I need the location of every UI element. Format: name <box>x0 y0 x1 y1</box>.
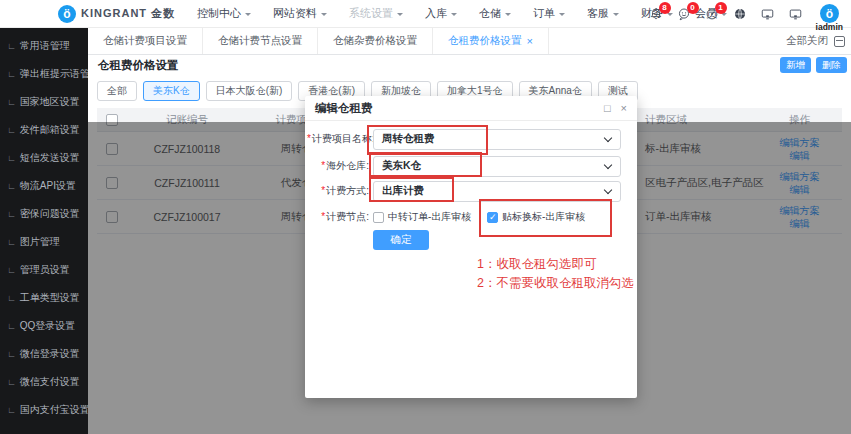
message-icon[interactable]: 0 <box>676 6 692 22</box>
sidebar: ∟常用语管理 ∟弹出框提示语管理 ∟国家地区设置 ∟发件邮箱设置 ∟短信发送设置… <box>0 28 88 434</box>
sidebar-item-wechat-login[interactable]: ∟微信登录设置 <box>0 340 88 368</box>
label-text: 计费项目名称: <box>312 133 375 144</box>
corner-bullet-icon: ∟ <box>7 237 16 247</box>
tab-label: 仓租费价格设置 <box>448 34 522 48</box>
filter-all[interactable]: 全部 <box>97 81 137 101</box>
nav-menu-label: 订单 <box>533 6 555 21</box>
sidebar-item-label: 密保问题设置 <box>20 207 80 221</box>
nav-menu-label: 仓储 <box>479 6 501 21</box>
node-option-relabel: 贴标换标-出库审核 <box>487 210 585 224</box>
confirm-button[interactable]: 确定 <box>373 230 429 250</box>
sidebar-item-label: 微信登录设置 <box>20 347 80 361</box>
warehouse-select[interactable]: 美东K仓 <box>373 156 621 177</box>
nav-menu-orders[interactable]: 订单 <box>533 6 565 21</box>
nav-menu-control-center[interactable]: 控制中心 <box>197 6 251 21</box>
field-warehouse: *海外仓库: 美东K仓 <box>305 155 637 177</box>
sidebar-item-ticket-type[interactable]: ∟工单类型设置 <box>0 284 88 312</box>
tab-misc-fee-price[interactable]: 仓储杂费价格设置 <box>318 28 433 54</box>
tab-bar: 仓储计费项目设置 仓储计费节点设置 仓储杂费价格设置 仓租费价格设置× 全部关闭 <box>88 28 851 55</box>
corner-bullet-icon: ∟ <box>7 69 16 79</box>
project-select[interactable]: 周转仓租费 <box>373 129 621 150</box>
filter-meidong-k[interactable]: 美东K仓 <box>143 81 200 101</box>
sidebar-item-label: 物流API设置 <box>20 179 76 193</box>
transit-checkbox[interactable] <box>373 212 384 223</box>
monitor-icon[interactable] <box>760 6 776 22</box>
dashboard-badge: 1 <box>715 2 727 14</box>
sidebar-item-image-management[interactable]: ∟图片管理 <box>0 228 88 256</box>
label-text: 计费节点: <box>326 211 369 222</box>
field-node: *计费节点: 中转订单-出库审核 贴标换标-出库审核 <box>305 206 637 228</box>
corner-bullet-icon: ∟ <box>7 125 16 135</box>
corner-bullet-icon: ∟ <box>7 405 16 415</box>
field-method-label: *计费方式: <box>307 184 369 198</box>
field-warehouse-label: *海外仓库: <box>307 159 369 173</box>
sidebar-item-common-phrases[interactable]: ∟常用语管理 <box>0 32 88 60</box>
brand-text: KINGRANT 金数 <box>81 6 175 21</box>
sidebar-item-sender-email[interactable]: ∟发件邮箱设置 <box>0 116 88 144</box>
transit-checkbox-label: 中转订单-出库审核 <box>388 210 471 224</box>
nav-menu-site-data[interactable]: 网站资料 <box>273 6 327 21</box>
tab-rent-fee-price[interactable]: 仓租费价格设置× <box>433 28 549 54</box>
caret-down-icon <box>397 13 403 19</box>
sidebar-item-label: QQ登录设置 <box>20 319 76 333</box>
add-button[interactable]: 新增 <box>780 57 811 73</box>
sidebar-item-qq-login[interactable]: ∟QQ登录设置 <box>0 312 88 340</box>
sidebar-item-popup-prompts[interactable]: ∟弹出框提示语管理 <box>0 60 88 88</box>
tab-billing-nodes[interactable]: 仓储计费节点设置 <box>203 28 318 54</box>
caret-down-icon <box>451 13 457 19</box>
monitor2-icon[interactable] <box>788 6 804 22</box>
sidebar-item-sms[interactable]: ∟短信发送设置 <box>0 144 88 172</box>
tab-billing-items[interactable]: 仓储计费项目设置 <box>88 28 203 54</box>
screen: ö KINGRANT 金数 控制中心 网站资料 系统设置 入库 仓储 订单 客服… <box>0 0 851 434</box>
dashboard-icon[interactable]: 1 <box>704 6 720 22</box>
filter-japan-osaka[interactable]: 日本大阪仓(新) <box>206 81 293 101</box>
nav-menu-service[interactable]: 客服 <box>587 6 619 21</box>
sidebar-item-country-region[interactable]: ∟国家地区设置 <box>0 88 88 116</box>
corner-bullet-icon: ∟ <box>7 153 16 163</box>
caret-down-icon <box>505 13 511 19</box>
label-text: 计费方式: <box>326 185 369 196</box>
close-icon[interactable]: × <box>527 35 533 47</box>
modal-header: 编辑仓租费 □ × <box>305 96 637 121</box>
nav-menu-system-settings[interactable]: 系统设置 <box>349 6 403 21</box>
sidebar-item-label: 发件邮箱设置 <box>20 123 80 137</box>
sidebar-item-admin-settings[interactable]: ∟管理员设置 <box>0 256 88 284</box>
sidebar-item-logistics-api[interactable]: ∟物流API设置 <box>0 172 88 200</box>
panel-icon[interactable] <box>834 36 845 47</box>
sidebar-item-alipay[interactable]: ∟国内支付宝设置 <box>0 396 88 424</box>
relabel-checkbox-label: 贴标换标-出库审核 <box>502 210 585 224</box>
relabel-checkbox-checked[interactable] <box>487 212 498 223</box>
nav-menu-label: 网站资料 <box>273 6 317 21</box>
required-mark: * <box>321 211 325 222</box>
nav-menu-warehouse[interactable]: 仓储 <box>479 6 511 21</box>
corner-bullet-icon: ∟ <box>7 41 16 51</box>
edit-rent-fee-modal: 编辑仓租费 □ × *计费项目名称: 周转仓租费 *海外仓库: 美东K仓 *计费… <box>305 96 637 398</box>
app-logo-icon: ö <box>58 5 76 23</box>
sidebar-item-wechat-pay[interactable]: ∟微信支付设置 <box>0 368 88 396</box>
close-icon[interactable]: × <box>621 103 627 114</box>
warehouse-select-value: 美东K仓 <box>382 159 421 173</box>
maximize-icon[interactable]: □ <box>604 103 611 114</box>
nav-menu-inbound[interactable]: 入库 <box>425 6 457 21</box>
project-select-value: 周转仓租费 <box>382 132 435 146</box>
sidebar-item-label: 短信发送设置 <box>20 151 80 165</box>
chevron-down-icon <box>604 185 612 193</box>
annotation-line-1: 1：收取仓租勾选即可 <box>477 256 596 273</box>
close-all-button[interactable]: 全部关闭 <box>786 34 828 48</box>
caret-down-icon <box>613 13 619 19</box>
method-select[interactable]: 出库计费 <box>373 181 621 202</box>
globe-icon[interactable] <box>732 6 748 22</box>
nav-menu-label: 系统设置 <box>349 6 393 21</box>
corner-bullet-icon: ∟ <box>7 377 16 387</box>
delete-button[interactable]: 删除 <box>816 57 847 73</box>
sidebar-item-security-question[interactable]: ∟密保问题设置 <box>0 200 88 228</box>
bell-icon[interactable]: 8 <box>648 6 664 22</box>
user-avatar[interactable]: ö iadmin <box>816 4 843 32</box>
field-project-label: *计费项目名称: <box>307 132 369 146</box>
brand: ö KINGRANT 金数 <box>0 5 189 23</box>
label-text: 海外仓库: <box>326 160 369 171</box>
node-option-transit: 中转订单-出库审核 <box>373 210 471 224</box>
field-method: *计费方式: 出库计费 <box>305 180 637 202</box>
field-project: *计费项目名称: 周转仓租费 <box>305 128 637 150</box>
corner-bullet-icon: ∟ <box>7 293 16 303</box>
